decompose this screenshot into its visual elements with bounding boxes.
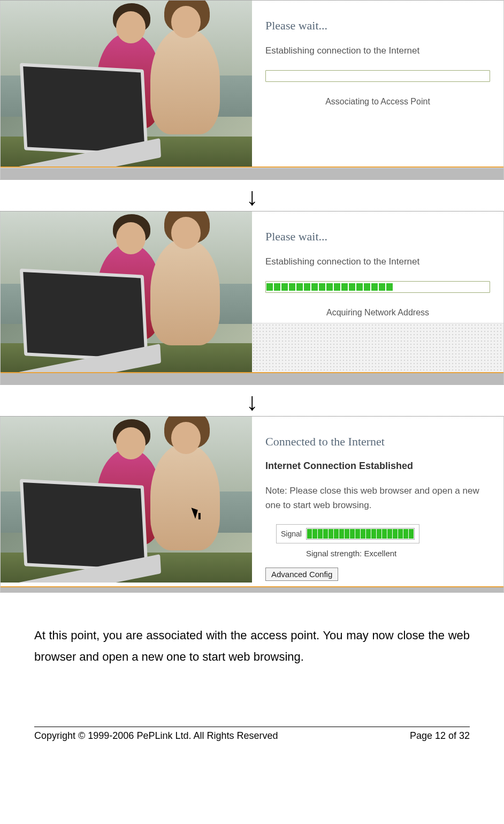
- progress-bar: [265, 281, 490, 293]
- laptop-illustration: [20, 269, 148, 362]
- illustration-photo: [1, 417, 252, 583]
- instruction-paragraph: At this point, you are associated with t…: [34, 625, 470, 667]
- status-title: Please wait...: [265, 230, 490, 244]
- status-column: Connected to the Internet Internet Conne…: [252, 417, 503, 586]
- illustration-photo: [1, 211, 252, 372]
- setup-step-1-panel: Please wait... Establishing connection t…: [0, 0, 504, 180]
- signal-bars: [306, 528, 415, 540]
- signal-strength-text: Signal strength: Excellent: [306, 549, 490, 558]
- illustration-photo: [1, 1, 252, 167]
- progress-caption: Associating to Access Point: [265, 97, 490, 107]
- signal-label: Signal: [281, 530, 302, 538]
- arrow-down-icon: ↓: [0, 389, 504, 414]
- setup-step-2-panel: Please wait... Establishing connection t…: [0, 211, 504, 385]
- page-number: Page 12 of 32: [410, 730, 470, 742]
- person-illustration: [150, 27, 220, 134]
- setup-step-3-panel: Connected to the Internet Internet Conne…: [0, 416, 504, 593]
- person-illustration: [150, 238, 220, 345]
- status-subtitle: Establishing connection to the Internet: [265, 256, 490, 267]
- connected-note: Note: Please close this web browser and …: [265, 483, 490, 512]
- hatched-filler: [252, 323, 503, 372]
- hatched-filler: [1, 168, 503, 168]
- progress-bar: [265, 70, 490, 82]
- status-column: Please wait... Establishing connection t…: [252, 1, 503, 167]
- page-footer: Copyright © 1999-2006 PePLink Ltd. All R…: [34, 727, 470, 742]
- status-column: Please wait... Establishing connection t…: [252, 211, 503, 323]
- arrow-down-icon: ↓: [0, 184, 504, 209]
- status-subtitle: Establishing connection to the Internet: [265, 46, 490, 56]
- connected-headline: Internet Connection Established: [265, 460, 490, 472]
- person-illustration: [150, 443, 220, 550]
- advanced-config-button[interactable]: Advanced Config: [265, 568, 338, 581]
- panel-row: Please wait... Establishing connection t…: [1, 1, 503, 168]
- signal-box: Signal: [276, 524, 419, 543]
- panel-row: Please wait... Establishing connection t…: [1, 211, 503, 373]
- copyright-text: Copyright © 1999-2006 PePLink Ltd. All R…: [34, 730, 278, 742]
- status-title: Please wait...: [265, 19, 490, 33]
- connected-title: Connected to the Internet: [265, 435, 490, 449]
- panel-row: Connected to the Internet Internet Conne…: [1, 417, 503, 587]
- progress-caption: Acquiring Network Address: [265, 308, 490, 317]
- laptop-illustration: [20, 63, 148, 157]
- laptop-illustration: [20, 479, 148, 573]
